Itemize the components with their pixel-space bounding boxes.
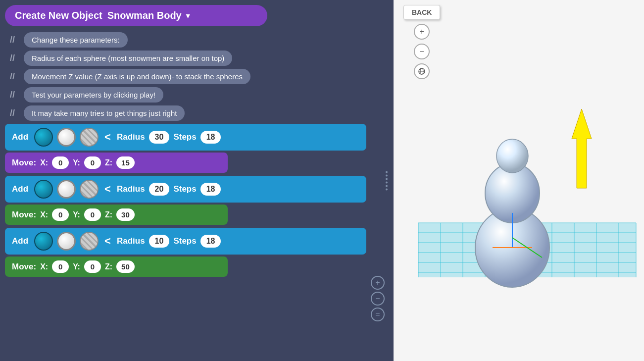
comment-3: // Movement Z value (Z axis is up and do… <box>5 69 389 84</box>
z-value-2[interactable]: 30 <box>116 208 135 221</box>
comment-2: // Radius of each sphere (most snowmen a… <box>5 51 389 66</box>
less-than-3: < <box>104 235 111 248</box>
less-than-2: < <box>104 183 111 196</box>
z-label-1: Z: <box>105 158 112 167</box>
comment-bubble-1: Change these parameters: <box>24 32 128 48</box>
add-block-3[interactable]: Add < Radius 10 Steps 18 <box>5 228 366 255</box>
z-label-3: Z: <box>105 262 112 271</box>
x-label-2: X: <box>40 210 48 219</box>
right-panel: BACK + − <box>394 0 644 361</box>
add-label-3: Add <box>12 236 28 246</box>
y-label-1: Y: <box>73 158 80 167</box>
header-bar[interactable]: Create New Object Snowman Body ▼ <box>5 5 267 26</box>
y-label-3: Y: <box>73 262 80 271</box>
add-label-1: Add <box>12 132 28 142</box>
slash-icon-4: // <box>5 90 20 100</box>
radius-value-2[interactable]: 20 <box>149 183 170 196</box>
slash-icon: // <box>5 35 20 45</box>
sphere-empty-2[interactable] <box>57 180 76 199</box>
sphere-empty-1[interactable] <box>57 128 76 147</box>
y-value-2[interactable]: 0 <box>84 208 101 221</box>
steps-value-2[interactable]: 18 <box>200 183 221 196</box>
drag-dot-3 <box>386 178 388 180</box>
z-value-3[interactable]: 50 <box>116 260 135 273</box>
sphere-empty-3[interactable] <box>57 232 76 251</box>
drag-dot-1 <box>386 171 388 173</box>
y-value-1[interactable]: 0 <box>84 156 101 169</box>
sphere-solid-3[interactable] <box>34 232 53 251</box>
slash-icon-5: // <box>5 108 20 118</box>
move-label-3: Move: <box>12 262 36 272</box>
less-than-1: < <box>104 131 111 144</box>
comment-bubble-3: Movement Z value (Z axis is up and down)… <box>24 69 250 84</box>
create-label: Create New Object <box>15 10 102 21</box>
zoom-controls-left: + − = <box>371 276 385 321</box>
sphere-striped-3[interactable] <box>80 232 99 251</box>
zoom-reset-button[interactable]: = <box>371 308 385 321</box>
steps-value-1[interactable]: 18 <box>200 131 221 144</box>
drag-dot-2 <box>386 174 388 176</box>
comment-bubble-5: It may take many tries to get things jus… <box>24 105 185 121</box>
comment-5: // It may take many tries to get things … <box>5 105 389 121</box>
z-value-1[interactable]: 15 <box>116 156 135 169</box>
x-value-3[interactable]: 0 <box>52 260 69 273</box>
sphere-striped-2[interactable] <box>80 180 99 199</box>
move-label-1: Move: <box>12 158 36 168</box>
slash-icon-2: // <box>5 53 20 63</box>
x-value-2[interactable]: 0 <box>52 208 69 221</box>
drag-dot-6 <box>386 188 388 190</box>
add-block-1[interactable]: Add < Radius 30 Steps 18 <box>5 124 366 151</box>
sphere-solid-2[interactable] <box>34 180 53 199</box>
radius-label-2: Radius <box>117 184 145 194</box>
left-panel: Create New Object Snowman Body ▼ // Chan… <box>0 0 394 361</box>
add-label-2: Add <box>12 184 28 194</box>
comment-bubble-2: Radius of each sphere (most snowmen are … <box>24 51 232 66</box>
drag-dot-5 <box>386 185 388 187</box>
x-label-3: X: <box>40 262 48 271</box>
sphere-solid-1[interactable] <box>34 128 53 147</box>
yellow-arrow <box>572 109 592 188</box>
radius-label-3: Radius <box>117 236 145 246</box>
comment-4: // Test your parameters by clicking play… <box>5 87 389 103</box>
move-label-2: Move: <box>12 210 36 220</box>
zoom-in-button[interactable]: + <box>371 276 385 290</box>
drag-dot-4 <box>386 181 388 183</box>
slash-icon-3: // <box>5 71 20 82</box>
drag-handle[interactable] <box>386 171 388 190</box>
radius-label-1: Radius <box>117 132 145 142</box>
x-value-1[interactable]: 0 <box>52 156 69 169</box>
x-label-1: X: <box>40 158 48 167</box>
steps-value-3[interactable]: 18 <box>200 235 221 248</box>
move-block-1[interactable]: Move: X: 0 Y: 0 Z: 15 <box>5 153 228 173</box>
scene-svg <box>394 0 644 361</box>
comment-1: // Change these parameters: <box>5 32 389 48</box>
y-label-2: Y: <box>73 210 80 219</box>
steps-label-2: Steps <box>173 184 196 194</box>
object-name-dropdown[interactable]: Snowman Body ▼ <box>107 10 192 21</box>
snowman-head-sphere <box>496 139 528 173</box>
move-block-2[interactable]: Move: X: 0 Y: 0 Z: 30 <box>5 205 228 225</box>
z-label-2: Z: <box>105 210 112 219</box>
dropdown-arrow-icon: ▼ <box>185 12 192 20</box>
move-block-3[interactable]: Move: X: 0 Y: 0 Z: 50 <box>5 257 228 277</box>
sphere-striped-1[interactable] <box>80 128 99 147</box>
zoom-out-button[interactable]: − <box>371 292 385 306</box>
steps-label-1: Steps <box>173 132 196 142</box>
add-block-2[interactable]: Add < Radius 20 Steps 18 <box>5 176 366 203</box>
radius-value-3[interactable]: 10 <box>149 235 170 248</box>
radius-value-1[interactable]: 30 <box>149 131 170 144</box>
steps-label-3: Steps <box>173 236 196 246</box>
comment-bubble-4: Test your parameters by clicking play! <box>24 87 163 103</box>
y-value-3[interactable]: 0 <box>84 260 101 273</box>
